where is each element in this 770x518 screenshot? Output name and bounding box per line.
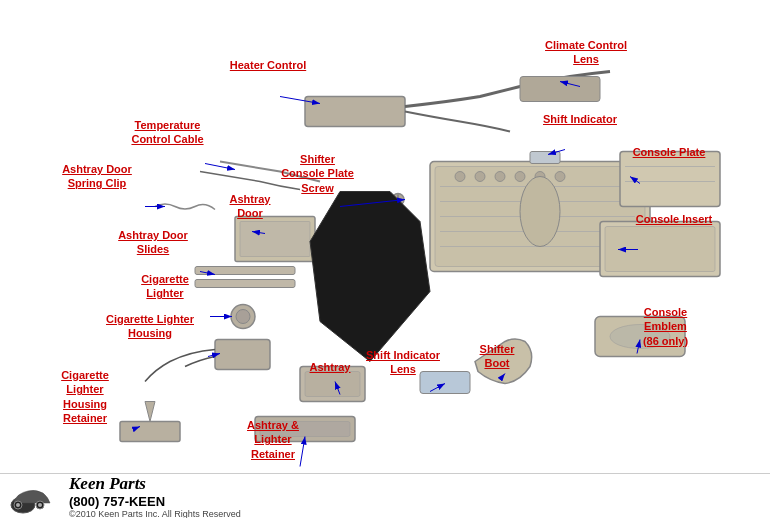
- svg-point-62: [16, 503, 20, 507]
- cigarette-lighter-housing-label: Cigarette LighterHousing: [100, 312, 200, 341]
- svg-rect-18: [620, 152, 720, 207]
- ashtray-slides-part: [195, 267, 295, 288]
- ashtray-label: Ashtray: [300, 360, 360, 374]
- heater-control-label: Heater Control: [218, 58, 318, 72]
- svg-rect-37: [305, 372, 360, 397]
- svg-point-10: [475, 172, 485, 182]
- svg-line-59: [205, 164, 235, 170]
- shifter-boot-label: ShifterBoot: [462, 342, 532, 371]
- cigarette-lighter-label: CigaretteLighter: [120, 272, 210, 301]
- shift-indicator-part: [530, 152, 560, 164]
- svg-point-14: [555, 172, 565, 182]
- svg-rect-29: [240, 222, 310, 257]
- ashtray-door-label: AshtrayDoor: [215, 192, 285, 221]
- footer: Keen Parts (800) 757-KEEN ©2010 Keen Par…: [0, 473, 770, 518]
- shift-indicator-lens-label: Shift IndicatorLens: [358, 348, 448, 377]
- ashtray-door-spring-clip-label: Ashtray DoorSpring Clip: [52, 162, 142, 191]
- ashtray-door-slides-label: Ashtray DoorSlides: [108, 228, 198, 257]
- temperature-control-cable-label: TemperatureControl Cable: [120, 118, 215, 147]
- svg-point-15: [520, 177, 560, 247]
- keen-parts-logo: [8, 477, 63, 515]
- svg-rect-41: [530, 152, 560, 164]
- ashtray-lighter-retainer-label: Ashtray &LighterRetainer: [228, 418, 318, 461]
- console-plate-separate: [620, 152, 720, 207]
- footer-copyright: ©2010 Keen Parts Inc. All Rights Reserve…: [69, 509, 241, 519]
- shifter-console-piece: [310, 192, 430, 362]
- climate-control-lens-label: Climate Control Lens: [536, 38, 636, 67]
- svg-point-9: [455, 172, 465, 182]
- ashtray-door-part: [235, 217, 315, 262]
- svg-rect-31: [195, 280, 295, 288]
- lighter-housing-part: [145, 340, 270, 382]
- console-emblem-label: ConsoleEmblem(86 only): [618, 305, 713, 348]
- shift-indicator-label: Shift Indicator: [530, 112, 630, 126]
- svg-point-11: [495, 172, 505, 182]
- svg-point-64: [38, 503, 42, 507]
- svg-rect-34: [215, 340, 270, 370]
- console-plate-label: Console Plate: [624, 145, 714, 159]
- console-insert-label: Console Insert: [624, 212, 724, 226]
- climate-control-part: [520, 77, 600, 102]
- svg-rect-23: [305, 97, 405, 127]
- svg-point-33: [236, 310, 250, 324]
- logo-text: Keen Parts: [69, 474, 241, 494]
- footer-phone: (800) 757-KEEN: [69, 494, 241, 509]
- svg-rect-24: [520, 77, 600, 102]
- cigarette-lighter-housing-retainer-label: CigaretteLighterHousingRetainer: [40, 368, 130, 425]
- diagram-container: Climate Control Lens Heater Control Shif…: [0, 0, 770, 518]
- cigarette-lighter-part: [231, 305, 255, 329]
- svg-point-12: [515, 172, 525, 182]
- parts-diagram-svg: [0, 0, 770, 518]
- shifter-console-plate-screw-label: ShifterConsole PlateScrew: [270, 152, 365, 195]
